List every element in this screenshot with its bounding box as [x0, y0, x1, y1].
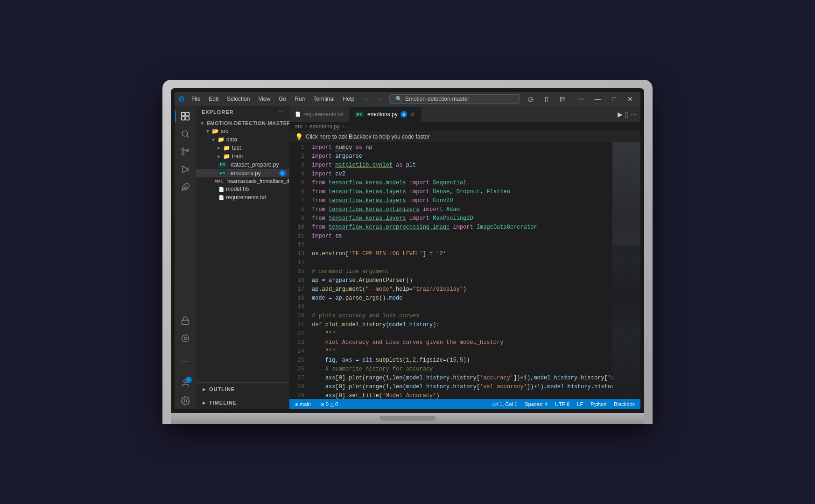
breadcrumb-sep1: >: [304, 123, 308, 130]
breadcrumb-more[interactable]: ...: [347, 123, 351, 130]
laptop-base: [171, 413, 644, 424]
tree-src[interactable]: ▼ 📂 src: [196, 127, 289, 135]
svg-point-4: [182, 131, 188, 136]
svg-rect-1: [186, 112, 189, 116]
menu-file[interactable]: File: [188, 95, 204, 103]
tab-close-emotions[interactable]: ✕: [410, 111, 415, 118]
outline-header[interactable]: ► OUTLINE: [196, 385, 289, 394]
blackbox-icon: 💡: [295, 133, 303, 140]
tree-train-label: train: [232, 153, 243, 160]
code-line-14: [312, 259, 612, 267]
nav-back[interactable]: ←: [362, 94, 372, 104]
tree-test[interactable]: ▼ 📁 test: [196, 144, 289, 152]
project-name: EMOTION-DETECTION-MASTER: [206, 120, 289, 126]
activity-blackbox[interactable]: [177, 330, 194, 347]
breadcrumb: src > emotions.py > ...: [289, 122, 640, 131]
blackbox-bar[interactable]: 💡 Click here to ask Blackbox to help you…: [289, 131, 640, 142]
activity-explorer[interactable]: [177, 108, 194, 125]
sidebar-title: EXPLORER: [202, 109, 234, 115]
tab-emotions[interactable]: PY emotions.py 9 ✕: [350, 106, 422, 122]
tree-data[interactable]: ▼ 📁 data: [196, 135, 289, 144]
activity-extensions[interactable]: [177, 179, 194, 196]
code-line-6: from tensorflow.keras.layers import Dens…: [312, 188, 612, 196]
code-line-17: ap.add_argument("--mode",help="train/dis…: [312, 285, 612, 294]
code-line-29: axs[0].set_title('Model Accuracy'): [312, 392, 612, 399]
maximize-btn[interactable]: □: [610, 94, 619, 104]
menu-go[interactable]: Go: [275, 95, 290, 103]
tree-model-h5[interactable]: 📄 model.h5: [196, 185, 289, 193]
tree-project-root[interactable]: ▼ EMOTION-DETECTION-MASTER ●: [196, 119, 289, 127]
sidebar-timeline-section: ► TIMELINE: [196, 396, 289, 409]
editor-content[interactable]: 12345 678910 1112131415 1617181920 21222…: [289, 142, 640, 399]
activity-source-control[interactable]: [177, 143, 194, 160]
language-text: Python: [590, 401, 606, 407]
timeline-label: TIMELINE: [209, 400, 237, 406]
menu-terminal[interactable]: Terminal: [309, 95, 338, 103]
minimize-btn[interactable]: —: [592, 94, 604, 104]
tree-dataset-prepare[interactable]: PY dataset_prepare.py: [196, 161, 289, 169]
line-numbers: 12345 678910 1112131415 1617181920 21222…: [289, 142, 308, 399]
warning-count: 0: [335, 401, 338, 407]
tree-requirements[interactable]: 📄 requirements.txt: [196, 193, 289, 202]
breadcrumb-src[interactable]: src: [295, 123, 302, 130]
svg-rect-0: [182, 112, 185, 116]
screen: ⎙ File Edit Selection View Go Run Termin…: [175, 92, 640, 409]
titlebar-menu: File Edit Selection View Go Run Terminal…: [188, 95, 358, 103]
sidebar-more-btn[interactable]: ⋯: [278, 109, 284, 115]
activity-remote[interactable]: [177, 312, 194, 329]
run-icon[interactable]: ▶: [618, 111, 623, 118]
activity-search[interactable]: [177, 126, 194, 142]
code-line-12: [312, 241, 612, 250]
titlebar-search[interactable]: 🔍 Emotion-detection-master: [389, 94, 520, 104]
tab-requirements[interactable]: 📄 requirements.txt: [289, 106, 350, 122]
status-errors[interactable]: ⊗ 0 △ 0: [318, 401, 340, 407]
close-btn[interactable]: ✕: [625, 94, 636, 104]
split-btn[interactable]: ▯: [542, 94, 551, 104]
code-line-11: import os: [312, 232, 612, 241]
tree-train[interactable]: ▼ 📁 train: [196, 152, 289, 161]
code-line-5: from tensorflow.keras.models import Sequ…: [312, 179, 612, 188]
timeline-header[interactable]: ► TIMELINE: [196, 398, 289, 407]
branch-name: main: [300, 401, 311, 407]
menu-help[interactable]: Help: [339, 95, 358, 103]
status-branch[interactable]: ⎈ main: [293, 401, 313, 407]
tab-emotions-label: emotions.py: [367, 111, 398, 118]
svg-rect-3: [186, 117, 189, 120]
svg-marker-11: [183, 166, 188, 173]
status-language[interactable]: Python: [589, 401, 608, 407]
menu-view[interactable]: View: [254, 95, 274, 103]
menu-run[interactable]: Run: [291, 95, 309, 103]
activity-accounts[interactable]: !: [177, 375, 194, 392]
code-line-13: os.environ['TF_CPP_MIN_LOG_LEVEL'] = '2': [312, 250, 612, 259]
layout-btn[interactable]: ◶: [525, 94, 536, 104]
laptop-outer: ⎙ File Edit Selection View Go Run Termin…: [162, 80, 653, 424]
split-editor-icon[interactable]: ▯: [625, 111, 628, 118]
status-spaces[interactable]: Spaces: 4: [523, 401, 549, 407]
nav-forward[interactable]: →: [374, 94, 384, 104]
code-line-26: # summarize history for accuracy: [312, 365, 612, 374]
activity-settings[interactable]: [177, 392, 194, 409]
tree-emotions-py[interactable]: PY emotions.py 9: [196, 169, 289, 177]
spaces-text: Spaces: 4: [525, 401, 548, 407]
breadcrumb-emotions[interactable]: emotions.py: [309, 123, 340, 130]
panel-btn[interactable]: ▤: [557, 94, 569, 104]
tree-haarcascade[interactable]: XML haarcascade_frontalface_default.xml: [196, 177, 289, 185]
status-encoding[interactable]: UTF-8: [553, 401, 571, 407]
warning-icon: △: [330, 401, 334, 407]
more-actions-icon[interactable]: ⋯: [630, 111, 637, 118]
status-eol[interactable]: LF: [575, 401, 585, 407]
tabs-bar: 📄 requirements.txt PY emotions.py 9 ✕ ▶: [289, 106, 640, 122]
code-editor[interactable]: import numpy as np import argparse impor…: [308, 142, 612, 399]
blackbox-message: Click here to ask Blackbox to help you c…: [306, 133, 429, 140]
activity-run[interactable]: [177, 161, 194, 178]
status-blackbox[interactable]: Blackbox: [612, 401, 637, 407]
status-position[interactable]: Ln 1, Col 1: [491, 401, 519, 407]
vscode-logo: ⎙: [179, 95, 184, 103]
more-btn[interactable]: ⋯: [574, 94, 586, 104]
minimap-viewport[interactable]: [612, 142, 640, 245]
svg-point-19: [184, 400, 187, 402]
activity-more[interactable]: ⋯: [177, 352, 194, 369]
menu-selection[interactable]: Selection: [223, 95, 253, 103]
menu-edit[interactable]: Edit: [205, 95, 222, 103]
error-count: 0: [326, 401, 329, 407]
